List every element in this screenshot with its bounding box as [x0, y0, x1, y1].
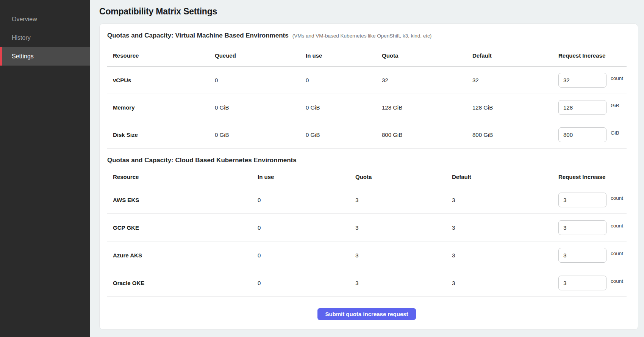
request-increase-input[interactable]	[558, 248, 606, 263]
sidebar-item-overview[interactable]: Overview	[0, 10, 90, 28]
column-header-default: Default	[472, 52, 558, 59]
app-root: OverviewHistorySettings Compatibility Ma…	[0, 0, 644, 337]
column-header-quota: Quota	[355, 174, 452, 180]
request-increase-cell: GiB	[558, 127, 627, 142]
vm-section-note: (VMs and VM-based Kubernetes like OpenSh…	[292, 33, 432, 39]
cell-value: 800 GiB	[472, 132, 558, 138]
table-row: AWS EKS033count	[107, 186, 627, 214]
settings-card: Quotas and Capacity: Virtual Machine Bas…	[99, 24, 638, 330]
unit-label: count	[611, 195, 623, 201]
table-row: Memory0 GiB0 GiB128 GiB128 GiBGiB	[107, 94, 627, 121]
k8s-section-title: Quotas and Capacity: Cloud Based Kuberne…	[107, 157, 297, 164]
request-increase-cell: GiB	[558, 100, 627, 115]
k8s-table-header: ResourceIn useQuotaDefaultRequest Increa…	[107, 166, 627, 186]
request-increase-cell: count	[558, 248, 627, 263]
cell-value: 32	[382, 77, 472, 83]
column-header-in-use: In use	[258, 174, 355, 180]
page-title: Compatibility Matrix Settings	[99, 6, 217, 17]
cell-resource: Memory	[107, 104, 215, 111]
submit-quota-button[interactable]: Submit quota increase request	[317, 308, 416, 320]
sidebar-item-settings[interactable]: Settings	[0, 47, 90, 66]
vm-section-title: Quotas and Capacity: Virtual Machine Bas…	[107, 32, 289, 39]
request-increase-input[interactable]	[558, 73, 606, 88]
column-header-quota: Quota	[382, 52, 472, 59]
column-header-resource: Resource	[107, 174, 258, 180]
cell-value: 0 GiB	[215, 132, 306, 138]
cell-value: 3	[452, 252, 558, 259]
unit-label: count	[611, 251, 623, 256]
request-increase-input[interactable]	[558, 127, 606, 142]
cell-resource: Oracle OKE	[107, 280, 258, 286]
cell-value: 0	[306, 77, 382, 83]
cell-value: 32	[472, 77, 558, 83]
unit-label: GiB	[611, 130, 619, 136]
cell-value: 3	[452, 280, 558, 286]
column-header-request-increase: Request Increase	[558, 174, 627, 180]
cell-resource: GCP GKE	[107, 224, 258, 231]
cell-value: 3	[452, 224, 558, 231]
vm-section-header: Quotas and Capacity: Virtual Machine Bas…	[107, 32, 627, 42]
request-increase-input[interactable]	[558, 193, 606, 207]
request-increase-input[interactable]	[558, 276, 606, 290]
column-header-resource: Resource	[107, 52, 215, 59]
sidebar-item-history[interactable]: History	[0, 28, 90, 47]
cell-value: 0	[215, 77, 306, 83]
cell-value: 800 GiB	[382, 132, 472, 138]
cell-resource: Disk Size	[107, 132, 215, 138]
table-row: Disk Size0 GiB0 GiB800 GiB800 GiBGiB	[107, 121, 627, 149]
vm-table-header: ResourceQueuedIn useQuotaDefaultRequest …	[107, 42, 627, 67]
cell-value: 0	[258, 252, 355, 259]
column-header-request-increase: Request Increase	[558, 52, 627, 59]
k8s-section-header: Quotas and Capacity: Cloud Based Kuberne…	[107, 157, 627, 166]
request-increase-cell: count	[558, 73, 627, 88]
vm-table-body: vCPUs003232countMemory0 GiB0 GiB128 GiB1…	[107, 67, 627, 149]
request-increase-cell: count	[558, 220, 627, 235]
cell-value: 0 GiB	[306, 104, 382, 111]
table-row: vCPUs003232count	[107, 67, 627, 94]
cell-value: 0	[258, 280, 355, 286]
cell-value: 3	[355, 224, 452, 231]
cell-resource: Azure AKS	[107, 252, 258, 259]
sidebar: OverviewHistorySettings	[0, 0, 90, 337]
cell-value: 3	[355, 280, 452, 286]
request-increase-input[interactable]	[558, 100, 606, 115]
column-header-queued: Queued	[215, 52, 306, 59]
cell-resource: vCPUs	[107, 77, 215, 83]
table-row: GCP GKE033count	[107, 214, 627, 241]
unit-label: count	[611, 223, 623, 229]
k8s-table-body: AWS EKS033countGCP GKE033countAzure AKS0…	[107, 186, 627, 297]
request-increase-cell: count	[558, 193, 627, 207]
unit-label: GiB	[611, 103, 619, 108]
cell-value: 0 GiB	[306, 132, 382, 138]
cell-value: 128 GiB	[382, 104, 472, 111]
cell-value: 128 GiB	[472, 104, 558, 111]
cell-value: 3	[452, 197, 558, 203]
request-increase-input[interactable]	[558, 220, 606, 235]
submit-row: Submit quota increase request	[107, 308, 627, 320]
unit-label: count	[611, 278, 623, 284]
column-header-in-use: In use	[306, 52, 382, 59]
unit-label: count	[611, 75, 623, 81]
cell-value: 0	[258, 197, 355, 203]
main-content: Compatibility Matrix Settings Quotas and…	[90, 0, 644, 337]
request-increase-cell: count	[558, 276, 627, 290]
cell-value: 3	[355, 252, 452, 259]
table-row: Oracle OKE033count	[107, 269, 627, 297]
column-header-default: Default	[452, 174, 558, 180]
cell-resource: AWS EKS	[107, 197, 258, 203]
cell-value: 0 GiB	[215, 104, 306, 111]
cell-value: 3	[355, 197, 452, 203]
cell-value: 0	[258, 224, 355, 231]
table-row: Azure AKS033count	[107, 241, 627, 269]
